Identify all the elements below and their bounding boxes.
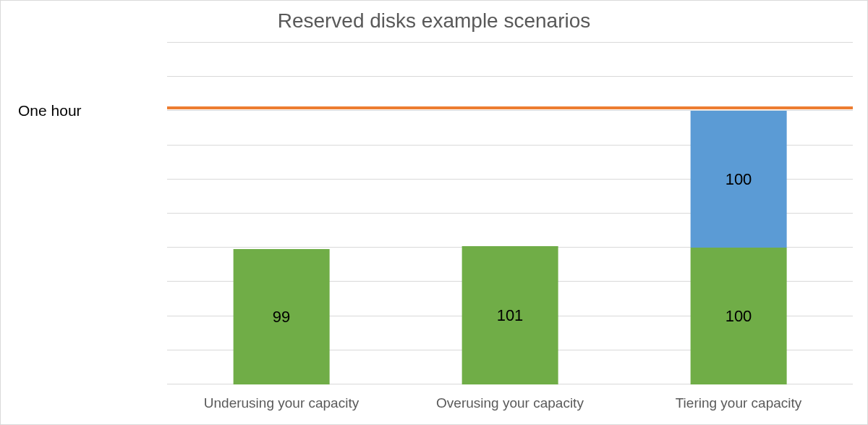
bar-slot: 100100 <box>624 43 853 384</box>
reference-line-label: One hour <box>18 102 82 119</box>
plot-wrap: One hour 99101100100 <box>22 43 853 384</box>
bar-segment-green: 101 <box>462 246 558 384</box>
x-axis-label: Underusing your capacity <box>167 395 396 411</box>
chart-title: Reserved disks example scenarios <box>1 9 867 33</box>
bar-slot: 101 <box>396 43 624 384</box>
chart-container: Reserved disks example scenarios One hou… <box>0 0 868 425</box>
x-axis-label: Tiering your capacity <box>624 395 853 411</box>
bar-segment-green: 99 <box>234 249 330 384</box>
bar-segment-blue: 100 <box>691 111 787 248</box>
reference-line <box>167 106 853 109</box>
bar-slot: 99 <box>167 43 396 384</box>
plot-area: 99101100100 <box>167 43 853 384</box>
bar-stack: 101 <box>462 246 558 384</box>
bars-group: 99101100100 <box>167 43 853 384</box>
bar-stack: 100100 <box>691 111 787 384</box>
x-axis: Underusing your capacityOverusing your c… <box>167 395 853 411</box>
x-axis-label: Overusing your capacity <box>396 395 624 411</box>
bar-stack: 99 <box>234 249 330 384</box>
bar-segment-green: 100 <box>691 248 787 384</box>
